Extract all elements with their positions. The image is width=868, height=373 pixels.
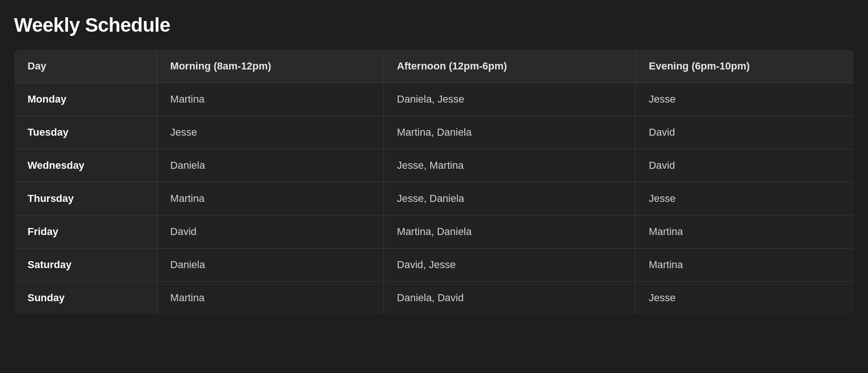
schedule-table: Day Morning (8am-12pm) Afternoon (12pm-6…	[14, 49, 854, 315]
cell-afternoon: Jesse, Daniela	[384, 182, 636, 215]
cell-morning: Jesse	[157, 116, 384, 149]
cell-day: Wednesday	[14, 149, 157, 182]
table-row: FridayDavidMartina, DanielaMartina	[14, 215, 854, 249]
header-day: Day	[14, 50, 157, 83]
table-row: WednesdayDanielaJesse, MartinaDavid	[14, 149, 854, 182]
header-morning: Morning (8am-12pm)	[157, 50, 384, 83]
cell-morning: Martina	[157, 282, 384, 315]
cell-evening: Martina	[636, 249, 854, 282]
table-row: SundayMartinaDaniela, DavidJesse	[14, 282, 854, 315]
cell-evening: Martina	[636, 215, 854, 249]
cell-evening: David	[636, 116, 854, 149]
table-row: MondayMartinaDaniela, JesseJesse	[14, 83, 854, 116]
cell-afternoon: David, Jesse	[384, 249, 636, 282]
table-row: SaturdayDanielaDavid, JesseMartina	[14, 249, 854, 282]
cell-morning: Daniela	[157, 149, 384, 182]
cell-afternoon: Jesse, Martina	[384, 149, 636, 182]
header-afternoon: Afternoon (12pm-6pm)	[384, 50, 636, 83]
cell-evening: Jesse	[636, 182, 854, 215]
table-header-row: Day Morning (8am-12pm) Afternoon (12pm-6…	[14, 50, 854, 83]
cell-day: Sunday	[14, 282, 157, 315]
cell-evening: David	[636, 149, 854, 182]
page-title: Weekly Schedule	[14, 14, 854, 36]
cell-morning: Martina	[157, 182, 384, 215]
cell-day: Friday	[14, 215, 157, 249]
cell-afternoon: Daniela, Jesse	[384, 83, 636, 116]
table-row: ThursdayMartinaJesse, DanielaJesse	[14, 182, 854, 215]
cell-day: Monday	[14, 83, 157, 116]
cell-afternoon: Martina, Daniela	[384, 215, 636, 249]
cell-afternoon: Martina, Daniela	[384, 116, 636, 149]
cell-morning: Martina	[157, 83, 384, 116]
cell-day: Thursday	[14, 182, 157, 215]
table-row: TuesdayJesseMartina, DanielaDavid	[14, 116, 854, 149]
cell-day: Saturday	[14, 249, 157, 282]
header-evening: Evening (6pm-10pm)	[636, 50, 854, 83]
cell-afternoon: Daniela, David	[384, 282, 636, 315]
cell-day: Tuesday	[14, 116, 157, 149]
cell-evening: Jesse	[636, 83, 854, 116]
cell-evening: Jesse	[636, 282, 854, 315]
cell-morning: Daniela	[157, 249, 384, 282]
cell-morning: David	[157, 215, 384, 249]
